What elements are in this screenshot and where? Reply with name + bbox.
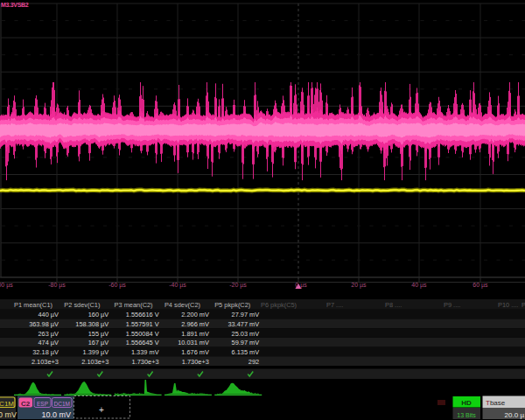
svg-text:P9 ....: P9 .... bbox=[444, 301, 460, 309]
svg-text:6.135 mV: 6.135 mV bbox=[232, 348, 260, 356]
svg-text:P6 pkpk(C5): P6 pkpk(C5) bbox=[261, 301, 297, 309]
svg-text:DC1M: DC1M bbox=[54, 401, 70, 407]
svg-text:292: 292 bbox=[248, 358, 259, 366]
svg-text:Tbase: Tbase bbox=[486, 399, 506, 407]
svg-text:363.98 µV: 363.98 µV bbox=[29, 320, 59, 328]
svg-text:M3.3VSB2: M3.3VSB2 bbox=[1, 2, 29, 8]
svg-text:2.200 mV: 2.200 mV bbox=[181, 311, 209, 318]
svg-text:40 µs: 40 µs bbox=[411, 282, 427, 289]
svg-text:1.399 µV: 1.399 µV bbox=[83, 348, 109, 356]
svg-text:155 µV: 155 µV bbox=[88, 330, 109, 338]
svg-text:1.676 mV: 1.676 mV bbox=[181, 348, 209, 356]
svg-text:59.97 mV: 59.97 mV bbox=[232, 339, 260, 346]
svg-text:+: + bbox=[99, 405, 104, 415]
svg-text:ESP: ESP bbox=[37, 401, 48, 407]
svg-text:1.730e+3: 1.730e+3 bbox=[182, 358, 209, 366]
svg-text:1.730e+3: 1.730e+3 bbox=[132, 358, 159, 366]
svg-text:P8 ....: P8 .... bbox=[385, 301, 402, 309]
svg-text:20 µs: 20 µs bbox=[351, 282, 367, 289]
svg-text:P10 ....: P10 .... bbox=[498, 301, 518, 309]
svg-text:P4 sdev(C2): P4 sdev(C2) bbox=[164, 301, 200, 309]
svg-text:1.339 mV: 1.339 mV bbox=[131, 348, 159, 356]
svg-text:2.103e+3: 2.103e+3 bbox=[32, 358, 59, 366]
svg-text:160 µV: 160 µV bbox=[88, 311, 109, 318]
svg-text:P1 mean(C1): P1 mean(C1) bbox=[14, 301, 52, 309]
svg-text:P7 ....: P7 .... bbox=[326, 301, 343, 309]
svg-text:2.966 mV: 2.966 mV bbox=[181, 320, 209, 328]
svg-text:-20 µs: -20 µs bbox=[229, 282, 247, 289]
svg-text:-80 µs: -80 µs bbox=[48, 282, 66, 289]
svg-text:1.891 mV: 1.891 mV bbox=[181, 330, 209, 338]
svg-text:25.03 mV: 25.03 mV bbox=[232, 330, 260, 338]
svg-text:P1: P1 bbox=[522, 301, 525, 309]
svg-text:1.550084 V: 1.550084 V bbox=[126, 330, 159, 338]
svg-text:440 µV: 440 µV bbox=[38, 311, 59, 318]
svg-text:10.031 mV: 10.031 mV bbox=[178, 339, 209, 346]
svg-text:-100 µs: -100 µs bbox=[0, 282, 13, 289]
svg-text:60 µs: 60 µs bbox=[472, 282, 488, 289]
svg-text:33.477 mV: 33.477 mV bbox=[228, 320, 259, 328]
svg-text:20.0 µ: 20.0 µ bbox=[505, 411, 525, 419]
svg-text:32.18 µV: 32.18 µV bbox=[32, 348, 59, 356]
svg-text:P5 pkpk(C2): P5 pkpk(C2) bbox=[214, 301, 250, 309]
svg-text:C1M: C1M bbox=[0, 400, 14, 408]
svg-text:13 Bits: 13 Bits bbox=[457, 412, 476, 418]
svg-text:P3 mean(C2): P3 mean(C2) bbox=[115, 301, 153, 309]
svg-text:1.556645 V: 1.556645 V bbox=[126, 339, 159, 346]
svg-text:-60 µs: -60 µs bbox=[108, 282, 126, 289]
svg-text:0 mV: 0 mV bbox=[0, 410, 17, 419]
svg-text:HD: HD bbox=[461, 399, 472, 407]
svg-text:167 µV: 167 µV bbox=[88, 339, 109, 346]
svg-text:474 µV: 474 µV bbox=[38, 339, 59, 346]
svg-text:0 µs: 0 µs bbox=[295, 282, 307, 289]
svg-text:-40 µs: -40 µs bbox=[169, 282, 186, 289]
svg-text:2.103e+3: 2.103e+3 bbox=[81, 358, 108, 366]
svg-text:158.308 µV: 158.308 µV bbox=[75, 320, 108, 328]
svg-text:10.0 mV: 10.0 mV bbox=[41, 410, 71, 419]
svg-text:1.556616 V: 1.556616 V bbox=[126, 311, 159, 318]
svg-text:1.557591 V: 1.557591 V bbox=[126, 320, 159, 328]
svg-text:C2: C2 bbox=[21, 400, 31, 408]
svg-text:263 µV: 263 µV bbox=[38, 330, 59, 338]
svg-text:P2 sdev(C1): P2 sdev(C1) bbox=[64, 301, 100, 309]
svg-text:27.97 mV: 27.97 mV bbox=[232, 311, 260, 318]
